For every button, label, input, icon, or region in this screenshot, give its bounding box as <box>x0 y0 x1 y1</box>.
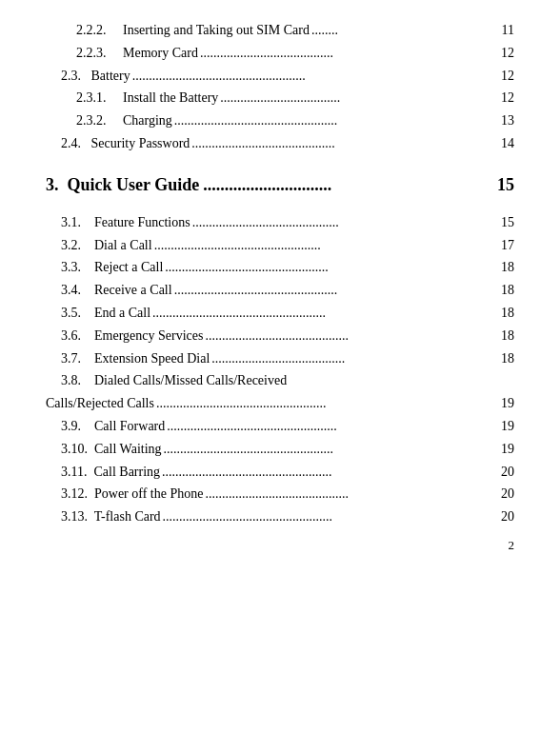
page-number: 2 <box>46 538 514 553</box>
toc-entry-2.2.3: 2.2.3. Memory Card .....................… <box>46 42 514 65</box>
toc-entry-3.9: 3.9. Call Forward ......................… <box>46 415 514 438</box>
toc-entry-3.13: 3.13. T-flash Card .....................… <box>46 505 514 528</box>
toc-entry-2.3: 2.3. Battery ...........................… <box>46 65 514 88</box>
toc-entry-2.3.1: 2.3.1. Install the Battery .............… <box>46 87 514 109</box>
toc-container: 2.2.2. Inserting and Taking out SIM Card… <box>46 19 514 528</box>
toc-entry-2.3.2: 2.3.2. Charging ........................… <box>46 109 514 132</box>
toc-entry-3.10: 3.10. Call Waiting .....................… <box>46 438 514 461</box>
toc-entry-3.3: 3.3. Reject a Call .....................… <box>46 256 514 279</box>
toc-entry-3.8b: Calls/Rejected Calls ...................… <box>46 392 514 415</box>
toc-entry-3.11: 3.11. Call Barring .....................… <box>46 461 514 484</box>
toc-entry-3.2: 3.2. Dial a Call .......................… <box>46 234 514 257</box>
toc-entry-3.12: 3.12. Power off the Phone ..............… <box>46 483 514 505</box>
toc-entry-3.7: 3.7. Extension Speed Dial ..............… <box>46 347 514 370</box>
toc-entry-2.4: 2.4. Security Password .................… <box>46 132 514 155</box>
toc-entry-2.2.2: 2.2.2. Inserting and Taking out SIM Card… <box>46 19 514 42</box>
toc-entry-3.8: 3.8. Dialed Calls/Missed Calls/Received <box>46 369 514 392</box>
toc-entry-3.1: 3.1. Feature Functions .................… <box>46 211 514 234</box>
section-3-header: 3. Quick User Guide ....................… <box>46 172 514 198</box>
toc-entry-3.6: 3.6. Emergency Services ................… <box>46 325 514 347</box>
toc-entry-3.4: 3.4. Receive a Call ....................… <box>46 279 514 302</box>
toc-entry-3.5: 3.5. End a Call ........................… <box>46 302 514 325</box>
